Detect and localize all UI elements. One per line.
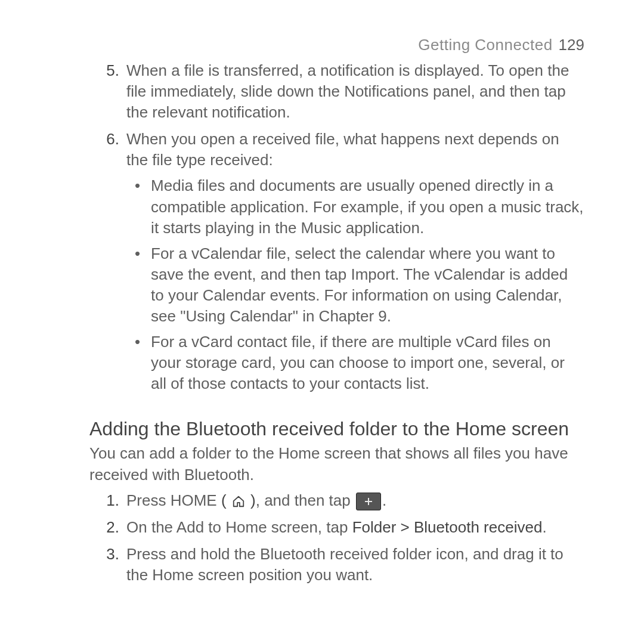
step-2: 2. On the Add to Home screen, tap Folder…	[36, 517, 608, 538]
home-icon	[232, 495, 245, 508]
step-5: 5. When a file is transferred, a notific…	[36, 60, 608, 123]
steps-continued: 5. When a file is transferred, a notific…	[36, 60, 608, 399]
chapter-title: Getting Connected	[418, 36, 552, 54]
bullet-dot: •	[135, 332, 140, 394]
page-number: 129	[559, 36, 584, 54]
sub-bullets: • Media files and documents are usually …	[126, 175, 584, 394]
paren-open: (	[221, 491, 231, 509]
step-6: 6. When you open a received file, what h…	[36, 129, 608, 399]
bullet-item: • Media files and documents are usually …	[126, 175, 584, 238]
step-text: On the Add to Home screen, tap Folder > …	[126, 517, 547, 538]
bullet-text: For a vCalendar file, select the calenda…	[151, 243, 584, 327]
step-text: When you open a received file, what happ…	[126, 130, 559, 169]
bullet-text: For a vCard contact file, if there are m…	[151, 332, 584, 394]
step-number: 1.	[101, 490, 119, 511]
menu-path: Folder > Bluetooth received	[352, 518, 543, 536]
bullet-dot: •	[135, 243, 140, 327]
bullet-item: • For a vCalendar file, select the calen…	[126, 243, 584, 327]
step-body: When you open a received file, what happ…	[126, 129, 584, 399]
section-intro: You can add a folder to the Home screen …	[89, 443, 584, 485]
page: Getting Connected 129 5. When a file is …	[0, 0, 644, 644]
step-3: 3. Press and hold the Bluetooth received…	[36, 544, 608, 586]
step-1: 1. Press HOME ( ), and then tap .	[36, 490, 608, 511]
step-tail: .	[542, 518, 546, 536]
plus-icon	[356, 493, 381, 510]
step-number: 2.	[101, 517, 119, 538]
step-number: 6.	[101, 129, 119, 399]
paren-close: )	[246, 491, 256, 509]
step-text: Press HOME ( ), and then tap .	[126, 490, 386, 511]
step-text: When a file is transferred, a notificati…	[126, 60, 584, 123]
step-number: 3.	[101, 544, 119, 586]
add-folder-steps: 1. Press HOME ( ), and then tap . 2. On …	[36, 490, 608, 586]
step-tail: .	[382, 491, 386, 509]
step-number: 5.	[101, 60, 119, 123]
step-text: Press and hold the Bluetooth received fo…	[126, 544, 584, 586]
bullet-item: • For a vCard contact file, if there are…	[126, 332, 584, 394]
page-header: Getting Connected 129	[36, 36, 608, 54]
section-heading: Adding the Bluetooth received folder to …	[89, 417, 584, 441]
bullet-text: Media files and documents are usually op…	[151, 175, 584, 238]
bullet-dot: •	[135, 175, 140, 238]
